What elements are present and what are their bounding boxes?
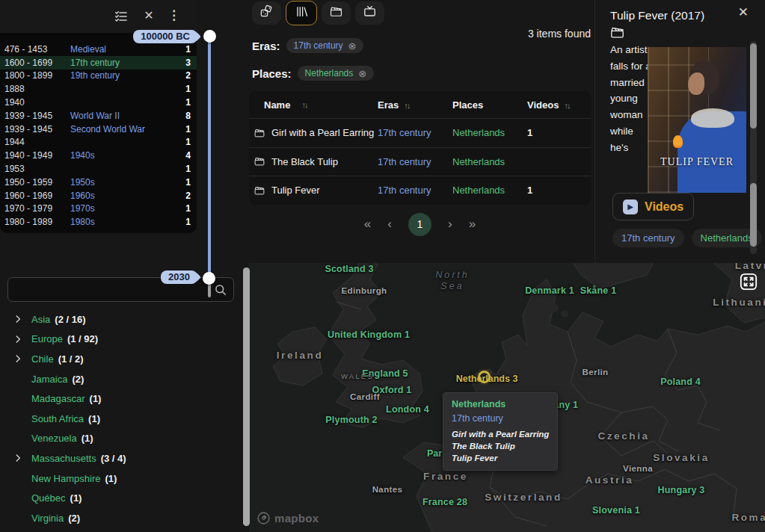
- table-row[interactable]: Tulip Fever 17th century Netherlands 1: [249, 176, 591, 205]
- table-row[interactable]: Girl with a Pearl Earring 17th century N…: [249, 118, 591, 147]
- map-label[interactable]: Plymouth 2: [325, 415, 377, 425]
- place-name[interactable]: Massachusetts: [31, 453, 96, 464]
- map-label[interactable]: London 4: [386, 404, 429, 415]
- item-name[interactable]: Tulip Fever: [271, 185, 320, 196]
- place-tree-item[interactable]: South Africa (1): [0, 409, 239, 429]
- kebab-menu-icon[interactable]: ⋮: [168, 7, 179, 22]
- era-row[interactable]: 1953 1: [0, 162, 197, 176]
- era-link[interactable]: 1960s: [70, 191, 185, 201]
- place-tree-item[interactable]: Virginia (2): [0, 508, 239, 528]
- place-tree-item[interactable]: Asia (2 / 16): [0, 309, 239, 330]
- era-row[interactable]: 1600 - 1699 17th century 3: [0, 56, 197, 69]
- era-row[interactable]: 1888 1: [0, 82, 197, 96]
- era-row[interactable]: 1970 - 1979 1970s 1: [0, 202, 197, 216]
- era-row[interactable]: 1940 1: [0, 96, 197, 109]
- remove-filter-icon[interactable]: ⊗: [358, 69, 366, 78]
- era-row[interactable]: 1800 - 1899 19th century 2: [0, 69, 197, 83]
- place-tree-item[interactable]: Chile (1 / 2): [0, 349, 239, 369]
- era-row[interactable]: 1939 - 1945 Second World War 1: [0, 123, 197, 136]
- tree-scrollbar[interactable]: [243, 265, 250, 531]
- map-label[interactable]: Slovenia 1: [592, 505, 640, 516]
- map-label[interactable]: United Kingdom 1: [328, 330, 410, 340]
- era-link[interactable]: 1980s: [70, 217, 185, 227]
- map[interactable]: Scotland 3EdinburghNorth SeaUnited Kingd…: [249, 263, 765, 532]
- chevron-right-icon[interactable]: [13, 453, 23, 463]
- remove-filter-icon[interactable]: ⊗: [348, 41, 357, 51]
- view-tab-books[interactable]: [286, 1, 317, 25]
- map-label[interactable]: Denmark 1: [525, 285, 574, 296]
- era-link[interactable]: Second World War: [70, 124, 185, 134]
- next-page-button[interactable]: ›: [448, 217, 452, 232]
- map-label[interactable]: Hungary 3: [658, 485, 705, 495]
- chevron-right-icon[interactable]: [13, 334, 23, 344]
- place-tree-item[interactable]: New Hampshire (1): [0, 468, 239, 489]
- place-name[interactable]: Asia: [31, 314, 50, 325]
- era-row[interactable]: 476 - 1453 Medieval 1: [0, 43, 197, 56]
- item-era-link[interactable]: 17th century: [378, 185, 452, 196]
- place-name[interactable]: Madagascar: [31, 393, 85, 404]
- item-name[interactable]: Girl with a Pearl Earring: [271, 127, 374, 138]
- timeline-end-handle[interactable]: [203, 272, 215, 285]
- era-row[interactable]: 1980 - 1989 1980s 1: [0, 215, 197, 229]
- chevron-right-icon[interactable]: [13, 353, 23, 364]
- era-row[interactable]: 1950 - 1959 1950s 1: [0, 176, 197, 189]
- current-page-button[interactable]: 1: [408, 213, 431, 236]
- place-tree-item[interactable]: Massachusetts (3 / 4): [0, 448, 239, 468]
- place-filter-chip[interactable]: Netherlands ⊗: [298, 66, 375, 81]
- column-eras[interactable]: Eras↑↓: [378, 99, 452, 111]
- place-name[interactable]: New Hampshire: [31, 473, 100, 484]
- item-place-link[interactable]: Netherlands: [452, 185, 527, 196]
- checklist-icon[interactable]: [114, 9, 129, 24]
- place-tree-item[interactable]: Madagascar (1): [0, 389, 239, 409]
- prev-page-button[interactable]: ‹: [387, 217, 392, 232]
- era-link[interactable]: 1950s: [70, 177, 185, 188]
- sort-icon[interactable]: ↑↓: [564, 101, 569, 110]
- column-name[interactable]: Name↑↓: [249, 99, 378, 111]
- item-place-link[interactable]: Netherlands: [452, 156, 527, 167]
- item-era-link[interactable]: 17th century: [378, 127, 452, 138]
- era-link[interactable]: 1970s: [70, 203, 185, 214]
- view-tab-dice[interactable]: [252, 1, 281, 25]
- mapbox-logo[interactable]: mapbox: [256, 511, 319, 525]
- era-link[interactable]: 17th century: [70, 58, 185, 68]
- era-link[interactable]: 19th century: [70, 70, 185, 81]
- timeline-start-handle[interactable]: [203, 30, 216, 43]
- fullscreen-icon[interactable]: [739, 272, 758, 291]
- era-row[interactable]: 1939 - 1945 World War II 8: [0, 109, 197, 123]
- place-tree-item[interactable]: Europe (1 / 92): [0, 330, 239, 350]
- scrollbar-thumb[interactable]: [750, 43, 757, 129]
- videos-button[interactable]: ▶ Videos: [612, 193, 694, 220]
- item-era-link[interactable]: 17th century: [378, 156, 452, 167]
- table-row[interactable]: The Black Tulip 17th century Netherlands: [249, 147, 591, 176]
- era-row[interactable]: 1944 1: [0, 136, 197, 149]
- sort-icon[interactable]: ↑↓: [301, 100, 307, 109]
- scrollbar-thumb[interactable]: [243, 267, 250, 526]
- place-name[interactable]: Chile: [31, 353, 54, 365]
- item-place-link[interactable]: Netherlands: [452, 127, 527, 138]
- place-tree-item[interactable]: Jamaica (2): [0, 369, 239, 389]
- search-icon[interactable]: [213, 282, 228, 297]
- place-name[interactable]: Québec: [31, 492, 66, 504]
- era-row[interactable]: 1940 - 1949 1940s 4: [0, 149, 197, 162]
- column-videos[interactable]: Videos↑↓: [527, 99, 591, 111]
- map-label[interactable]: Poland 4: [660, 377, 701, 387]
- last-page-button[interactable]: »: [469, 217, 476, 232]
- place-name[interactable]: South Africa: [31, 413, 84, 424]
- sort-icon[interactable]: ↑↓: [404, 101, 409, 110]
- chevron-right-icon[interactable]: [13, 314, 23, 324]
- close-icon[interactable]: ✕: [142, 8, 156, 23]
- close-icon[interactable]: ✕: [738, 4, 749, 20]
- place-name[interactable]: Virginia: [31, 513, 64, 524]
- place-name[interactable]: Europe: [31, 333, 63, 344]
- map-label[interactable]: Scotland 3: [325, 264, 373, 274]
- place-name[interactable]: Jamaica: [31, 374, 67, 385]
- era-row[interactable]: 1960 - 1969 1960s 2: [0, 189, 197, 202]
- selected-place-marker[interactable]: [478, 371, 491, 383]
- era-filter-chip[interactable]: 17th century ⊗: [286, 38, 364, 53]
- detail-tag[interactable]: 17th century: [612, 229, 684, 247]
- detail-scrollbar[interactable]: [750, 41, 757, 254]
- era-link[interactable]: World War II: [70, 111, 185, 121]
- place-tree-item[interactable]: Venezuela (1): [0, 429, 239, 449]
- map-label[interactable]: France 28: [423, 497, 467, 507]
- map-label[interactable]: Skåne 1: [580, 285, 617, 296]
